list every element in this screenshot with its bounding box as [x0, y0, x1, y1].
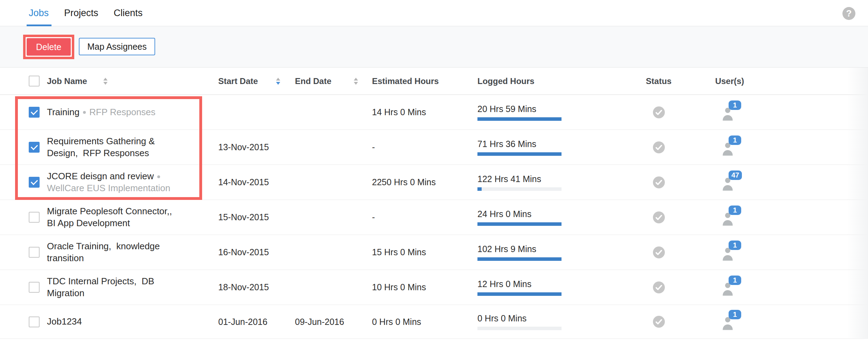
- project-name: WellCare EUS Implementation: [47, 183, 170, 193]
- status-check-icon: [653, 246, 665, 258]
- user-count-badge: 1: [729, 241, 741, 250]
- progress-bar: [477, 327, 562, 330]
- users-icon[interactable]: 1: [722, 104, 737, 121]
- row-checkbox[interactable]: [29, 107, 40, 118]
- status-check-icon: [653, 211, 665, 223]
- header-select-all: [29, 76, 47, 86]
- progress-bar: [477, 292, 562, 296]
- tab-projects-label: Projects: [64, 8, 98, 19]
- module-tabs: Jobs Projects Clients: [29, 0, 158, 26]
- highlight-box-delete-button: Delete: [23, 35, 74, 59]
- help-icon[interactable]: ?: [842, 7, 855, 20]
- status-check-icon: [653, 316, 665, 328]
- sort-asc-icon[interactable]: [276, 78, 280, 81]
- logged-hours: 24 Hrs 0 Mins: [477, 209, 562, 226]
- user-count-badge: 1: [729, 206, 741, 215]
- separator-dot-icon: [157, 175, 160, 178]
- sort-desc-icon[interactable]: [354, 82, 358, 85]
- users-icon[interactable]: 1: [722, 279, 737, 296]
- users-icon[interactable]: 1: [722, 209, 737, 226]
- progress-bar: [477, 222, 562, 226]
- progress-bar: [477, 187, 562, 191]
- header-status: Status: [625, 76, 693, 86]
- table-row: TDC Internal Projects, DB Migration 18-N…: [0, 270, 868, 305]
- progress-bar: [477, 152, 562, 156]
- user-count-badge: 1: [729, 100, 741, 110]
- table-row: Job1234 01-Jun-2016 09-Jun-2016 0 Hrs 0 …: [0, 305, 868, 339]
- delete-button[interactable]: Delete: [27, 38, 71, 56]
- logged-hours: 122 Hrs 41 Mins: [477, 174, 562, 191]
- sort-desc-active-icon[interactable]: [276, 82, 280, 85]
- table-header-row: Job Name Start Date End Date: [0, 68, 868, 95]
- estimated-hours: 14 Hrs 0 Mins: [372, 107, 477, 117]
- estimated-hours: -: [372, 142, 477, 152]
- user-count-badge: 1: [729, 135, 741, 145]
- user-count-badge: 1: [729, 276, 741, 285]
- status-check-icon: [653, 176, 665, 188]
- select-all-checkbox[interactable]: [29, 76, 40, 86]
- tab-projects[interactable]: Projects: [64, 0, 98, 26]
- table-row: Migrate Peoplesoft Connector,, BI App De…: [0, 200, 868, 235]
- job-name[interactable]: Migrate Peoplesoft Connector,, BI App De…: [47, 206, 177, 228]
- estimated-hours: 10 Hrs 0 Mins: [372, 282, 477, 292]
- start-date: 13-Nov-2015: [218, 142, 295, 152]
- table-row: JCORE deisgn and review WellCare EUS Imp…: [0, 165, 868, 200]
- sort-asc-icon[interactable]: [354, 78, 358, 81]
- sort-desc-icon[interactable]: [103, 82, 108, 85]
- progress-bar: [477, 117, 562, 121]
- row-checkbox[interactable]: [29, 316, 40, 327]
- job-name[interactable]: TDC Internal Projects, DB Migration: [47, 276, 157, 298]
- user-count-badge: 47: [729, 170, 742, 180]
- status-check-icon: [653, 281, 665, 293]
- user-count-badge: 1: [729, 310, 741, 319]
- logged-hours: 0 Hrs 0 Mins: [477, 313, 562, 330]
- users-icon[interactable]: 1: [722, 313, 737, 330]
- sort-control-start-date[interactable]: [276, 78, 280, 85]
- estimated-hours: 0 Hrs 0 Mins: [372, 317, 477, 327]
- row-checkbox[interactable]: [29, 282, 40, 293]
- logged-hours: 102 Hrs 9 Mins: [477, 244, 562, 261]
- row-checkbox[interactable]: [29, 142, 40, 153]
- logged-hours: 71 Hrs 36 Mins: [477, 139, 562, 156]
- project-name: RFP Responses: [89, 107, 156, 117]
- estimated-hours: -: [372, 212, 477, 222]
- row-checkbox[interactable]: [29, 212, 40, 223]
- header-start-date[interactable]: Start Date: [218, 76, 295, 86]
- logged-hours: 20 Hrs 59 Mins: [477, 104, 562, 121]
- status-check-icon: [653, 106, 665, 118]
- table-row: Oracle Training, knowledge transition 16…: [0, 235, 868, 270]
- estimated-hours: 15 Hrs 0 Mins: [372, 247, 477, 257]
- job-name[interactable]: Training: [47, 107, 80, 117]
- table-row: TrainingRFP Responses 14 Hrs 0 Mins 20 H…: [0, 95, 868, 130]
- start-date: 16-Nov-2015: [218, 247, 295, 257]
- status-check-icon: [653, 141, 665, 153]
- sort-asc-icon[interactable]: [103, 78, 108, 81]
- users-icon[interactable]: 1: [722, 244, 737, 261]
- top-navigation-bar: Jobs Projects Clients ?: [0, 0, 868, 26]
- end-date: 09-Jun-2016: [295, 317, 372, 327]
- sort-control-end-date[interactable]: [354, 78, 358, 85]
- tab-jobs[interactable]: Jobs: [29, 0, 49, 26]
- separator-dot-icon: [83, 111, 86, 114]
- estimated-hours: 2250 Hrs 0 Mins: [372, 177, 477, 187]
- job-name[interactable]: Requirements Gathering & Design, RFP Res…: [47, 136, 157, 158]
- header-logged-hours: Logged Hours: [477, 76, 625, 86]
- users-icon[interactable]: 1: [722, 139, 737, 156]
- map-assignees-button[interactable]: Map Assignees: [79, 38, 155, 55]
- job-name[interactable]: Job1234: [47, 316, 82, 327]
- job-name[interactable]: Oracle Training, knowledge transition: [47, 241, 163, 263]
- users-icon[interactable]: 47: [722, 174, 737, 191]
- header-end-date[interactable]: End Date: [295, 76, 372, 86]
- row-checkbox[interactable]: [29, 247, 40, 258]
- start-date: 15-Nov-2015: [218, 212, 295, 222]
- tab-clients[interactable]: Clients: [114, 0, 143, 26]
- logged-hours: 12 Hrs 0 Mins: [477, 279, 562, 296]
- job-name[interactable]: JCORE deisgn and review: [47, 171, 154, 181]
- start-date: 18-Nov-2015: [218, 282, 295, 292]
- tab-clients-label: Clients: [114, 8, 143, 19]
- header-job-name[interactable]: Job Name: [47, 76, 218, 86]
- row-checkbox[interactable]: [29, 177, 40, 188]
- tab-jobs-label: Jobs: [29, 8, 49, 19]
- header-users: User(s): [693, 76, 766, 86]
- sort-control-job-name[interactable]: [103, 78, 108, 85]
